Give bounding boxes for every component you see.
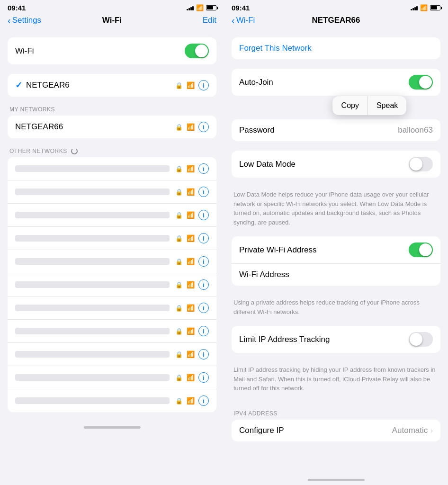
wifi-toggle-card: Wi-Fi: [8, 37, 216, 64]
other-network-row-8: 🔒 📶 i: [8, 319, 216, 342]
wifi-back-button[interactable]: ‹ Wi-Fi: [232, 16, 255, 25]
network-name-placeholder-6: [15, 281, 170, 288]
private-wifi-row: Private Wi-Fi Address: [232, 236, 440, 263]
info-5-button[interactable]: i: [198, 256, 209, 267]
info-8-button[interactable]: i: [198, 326, 209, 336]
configure-chevron-icon: ›: [430, 427, 433, 434]
wifi-1-icon: 📶: [187, 165, 195, 172]
other-network-row-9: 🔒 📶 i: [8, 342, 216, 366]
auto-join-section: Auto-Join Copy Speak: [224, 69, 448, 96]
private-wifi-toggle[interactable]: [409, 242, 433, 257]
speak-menu-item[interactable]: Speak: [367, 96, 406, 115]
network-name-placeholder-9: [15, 351, 170, 358]
my-network-name[interactable]: NETGEAR66: [15, 122, 175, 132]
my-network-icons: 🔒 📶 i: [175, 122, 209, 132]
left-time: 09:41: [8, 4, 26, 12]
my-network-row: NETGEAR66 🔒 📶 i: [8, 116, 216, 138]
info-9-button[interactable]: i: [198, 349, 209, 359]
right-time: 09:41: [232, 4, 250, 12]
info-button[interactable]: i: [198, 80, 209, 90]
right-battery-icon: [430, 5, 440, 10]
wifi-11-icon: 📶: [187, 397, 195, 404]
limit-tracking-label: Limit IP Address Tracking: [239, 335, 330, 344]
info-7-button[interactable]: i: [198, 303, 209, 313]
right-signal-icon: [411, 5, 418, 10]
other-network-row-5: 🔒 📶 i: [8, 250, 216, 273]
info-1-button[interactable]: i: [198, 163, 209, 174]
wifi-4-icon: 📶: [187, 234, 195, 242]
wifi-toggle-switch[interactable]: [185, 44, 209, 58]
info-3-button[interactable]: i: [198, 210, 209, 220]
wifi-signal-icon: 📶: [187, 81, 195, 89]
limit-tracking-toggle[interactable]: [409, 332, 433, 347]
main-panels: Wi-Fi ✓ NETGEAR6 🔒 📶 i: [0, 30, 448, 476]
home-indicator-bar: [0, 476, 448, 485]
my-networks-header: MY NETWORKS: [0, 106, 224, 116]
other-network-icons-2: 🔒 📶 i: [175, 187, 209, 197]
left-signal-icon: [187, 5, 194, 10]
network-name-placeholder: [15, 165, 170, 172]
private-wifi-card: Private Wi-Fi Address Wi-Fi Address: [232, 236, 440, 286]
other-network-row-10: 🔒 📶 i: [8, 366, 216, 389]
my-network-info-button[interactable]: i: [198, 122, 209, 132]
wifi-page-title: Wi-Fi: [102, 16, 122, 25]
my-network-lock-icon: 🔒: [175, 124, 183, 131]
lock-2-icon: 🔒: [175, 189, 183, 196]
lock-9-icon: 🔒: [175, 351, 183, 358]
other-networks-header: OTHER NETWORKS: [0, 148, 224, 157]
other-network-row-2: 🔒 📶 i: [8, 180, 216, 203]
right-home-area: [224, 476, 448, 485]
left-wifi-icon: 📶: [196, 4, 204, 11]
other-network-icons-8: 🔒 📶 i: [175, 326, 209, 336]
context-menu: Copy Speak: [333, 96, 407, 115]
forget-network-card: Forget This Network: [232, 37, 440, 59]
network-page-title: NETGEAR66: [312, 16, 360, 25]
info-6-button[interactable]: i: [198, 279, 209, 290]
low-data-label: Low Data Mode: [239, 160, 296, 169]
copy-menu-item[interactable]: Copy: [333, 96, 367, 115]
lock-1-icon: 🔒: [175, 165, 183, 172]
configure-ip-row[interactable]: Configure IP Automatic ›: [232, 420, 440, 441]
left-status-bar: 09:41 📶: [0, 0, 224, 14]
loading-spinner: [71, 148, 78, 154]
settings-back-button[interactable]: ‹ Settings: [8, 16, 41, 25]
forget-network-button[interactable]: Forget This Network: [232, 37, 440, 59]
other-network-icons-7: 🔒 📶 i: [175, 303, 209, 313]
limit-tracking-card: Limit IP Address Tracking: [232, 326, 440, 353]
my-network-wifi-icon: 📶: [187, 123, 195, 131]
wifi-toggle-section: Wi-Fi: [0, 37, 224, 64]
other-network-row-1: 🔒 📶 i: [8, 157, 216, 180]
low-data-toggle[interactable]: [409, 157, 433, 171]
wifi-address-description: Using a private address helps reduce tra…: [224, 295, 448, 316]
network-name-placeholder-8: [15, 328, 170, 334]
private-wifi-label: Private Wi-Fi Address: [239, 245, 316, 255]
low-data-section: Low Data Mode Low Data Mode helps reduce…: [224, 151, 448, 227]
back-chevron-right-icon: ‹: [232, 16, 235, 25]
limit-tracking-section: Limit IP Address Tracking Limit IP addre…: [224, 326, 448, 393]
network-name-placeholder-11: [15, 397, 170, 404]
wifi-7-icon: 📶: [187, 304, 195, 312]
auto-join-toggle[interactable]: [409, 75, 433, 90]
connected-network-name[interactable]: NETGEAR6: [22, 81, 175, 90]
edit-button[interactable]: Edit: [203, 16, 216, 25]
right-wifi-icon: 📶: [420, 4, 428, 11]
other-network-icons-9: 🔒 📶 i: [175, 349, 209, 359]
info-11-button[interactable]: i: [198, 395, 209, 406]
password-label: Password: [239, 126, 275, 135]
my-networks-card: NETGEAR66 🔒 📶 i: [8, 116, 216, 138]
network-name-placeholder-7: [15, 305, 170, 311]
info-2-button[interactable]: i: [198, 187, 209, 197]
network-name-placeholder-3: [15, 212, 170, 218]
connected-network-row: ✓ NETGEAR6 🔒 📶 i: [8, 74, 216, 97]
lock-8-icon: 🔒: [175, 328, 183, 335]
other-network-row-7: 🔒 📶 i: [8, 296, 216, 319]
wifi-toggle-label: Wi-Fi: [15, 46, 34, 56]
info-4-button[interactable]: i: [198, 233, 209, 243]
info-10-button[interactable]: i: [198, 372, 209, 383]
other-network-icons-10: 🔒 📶 i: [175, 372, 209, 383]
other-network-row-3: 🔒 📶 i: [8, 203, 216, 226]
right-status-bar: 09:41 📶: [224, 0, 448, 14]
configure-ip-value: Automatic: [392, 426, 428, 435]
other-network-icons-5: 🔒 📶 i: [175, 256, 209, 267]
lock-3-icon: 🔒: [175, 212, 183, 219]
